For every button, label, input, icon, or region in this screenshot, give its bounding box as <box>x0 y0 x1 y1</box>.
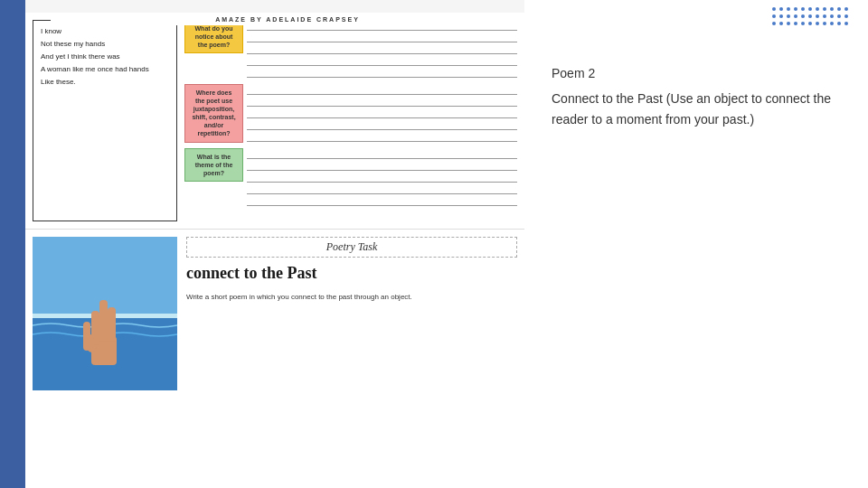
answer-line[interactable] <box>247 98 517 107</box>
answer-line[interactable] <box>247 33 517 42</box>
dot <box>837 14 841 18</box>
dot <box>844 22 848 25</box>
analysis-row-1: What do you notice about the poem? <box>184 20 517 80</box>
dot <box>772 14 776 18</box>
dot <box>772 22 776 25</box>
poem-description: Poem 2 Connect to the Past (Use an objec… <box>552 63 841 129</box>
dot <box>787 22 790 25</box>
task-description: Write a short poem in which you connect … <box>186 292 517 302</box>
dot <box>837 7 841 11</box>
svg-rect-8 <box>83 322 90 351</box>
answer-line[interactable] <box>247 197 517 206</box>
poetry-task-banner: Poetry Task <box>186 237 517 258</box>
poem-line-5: Like these. <box>41 77 169 88</box>
poem-line-4: A woman like me once had hands <box>41 64 169 75</box>
dots-decoration <box>772 7 850 27</box>
poem-text-column: I know Not these my hands And yet I thin… <box>33 20 177 221</box>
dot <box>830 14 834 18</box>
dot <box>794 22 797 25</box>
slide-header: AMAZE BY ADELAIDE CRAPSEY <box>51 13 524 25</box>
blue-accent-bar <box>0 0 25 488</box>
dot <box>801 14 805 18</box>
answer-lines-1 <box>247 20 517 80</box>
dot <box>830 22 834 25</box>
slide-content: AMAZE BY ADELAIDE CRAPSEY I know Not the… <box>25 13 524 488</box>
dot <box>808 7 812 11</box>
answer-line[interactable] <box>247 133 517 142</box>
answer-line[interactable] <box>247 174 517 183</box>
dot <box>837 22 841 25</box>
answer-lines-2 <box>247 84 517 145</box>
slide-title: AMAZE BY ADELAIDE CRAPSEY <box>215 16 360 23</box>
connect-title: connect to the Past <box>186 265 517 283</box>
answer-line[interactable] <box>247 45 517 54</box>
dot <box>844 7 848 11</box>
dot <box>794 7 797 11</box>
dot <box>830 7 834 11</box>
dot <box>779 14 783 18</box>
answer-line[interactable] <box>247 162 517 171</box>
answer-line[interactable] <box>247 150 517 159</box>
poem-analysis-section: I know Not these my hands And yet I thin… <box>25 13 524 230</box>
dot <box>772 7 776 11</box>
analysis-row-3: What is the theme of the poem? <box>184 148 517 209</box>
dot <box>801 7 805 11</box>
dot <box>808 22 812 25</box>
dot <box>794 14 797 18</box>
left-panel: AMAZE BY ADELAIDE CRAPSEY I know Not the… <box>0 0 524 488</box>
dot <box>808 14 812 18</box>
answer-line[interactable] <box>247 185 517 194</box>
dot <box>779 7 783 11</box>
poem-number: Poem 2 <box>552 63 841 83</box>
poem-title-desc: Connect to the Past (Use an object to co… <box>552 89 841 129</box>
dot <box>816 7 819 11</box>
dot <box>816 14 819 18</box>
answer-lines-3 <box>247 148 517 209</box>
ocean-hand-image <box>33 237 177 390</box>
svg-rect-7 <box>91 311 99 345</box>
poetry-task-section: Poetry Task connect to the Past Write a … <box>25 230 524 410</box>
sticky-q3: What is the theme of the poem? <box>184 148 243 182</box>
dot <box>823 7 826 11</box>
dot <box>787 7 790 11</box>
answer-line[interactable] <box>247 57 517 66</box>
analysis-column: What do you notice about the poem? Where… <box>184 20 517 221</box>
answer-line[interactable] <box>247 109 517 118</box>
svg-rect-6 <box>99 300 108 342</box>
answer-line[interactable] <box>247 86 517 95</box>
poem-line-3: And yet I think there was <box>41 52 169 62</box>
dot <box>816 22 819 25</box>
dot <box>787 14 790 18</box>
dot <box>801 22 805 25</box>
right-panel: Poem 2 Connect to the Past (Use an objec… <box>524 0 868 488</box>
poem-line-1: I know <box>41 26 169 37</box>
dot <box>844 14 848 18</box>
svg-rect-5 <box>108 307 116 342</box>
poem-line-2: Not these my hands <box>41 39 169 50</box>
dot <box>823 22 826 25</box>
dot <box>779 22 783 25</box>
analysis-row-2: Where does the poet use juxtaposition, s… <box>184 84 517 145</box>
sticky-q2: Where does the poet use juxtaposition, s… <box>184 84 243 143</box>
dot <box>823 14 826 18</box>
task-text-column: Poetry Task connect to the Past Write a … <box>186 237 517 403</box>
answer-line[interactable] <box>247 69 517 78</box>
answer-line[interactable] <box>247 121 517 130</box>
